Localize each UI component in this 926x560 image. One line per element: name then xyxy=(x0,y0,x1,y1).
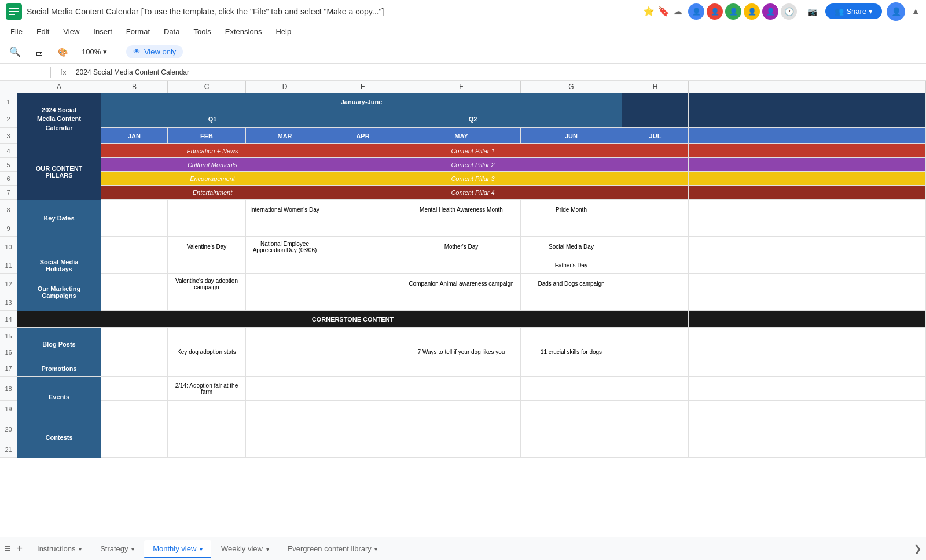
cell-h19[interactable] xyxy=(622,401,689,417)
share-button[interactable]: 👥 Share ▾ xyxy=(825,3,882,19)
cell-f17[interactable] xyxy=(402,360,521,376)
cell-g15[interactable] xyxy=(521,328,622,344)
menu-help[interactable]: Help xyxy=(270,25,297,38)
cell-d12[interactable] xyxy=(246,274,324,294)
tab-scroll-right[interactable]: ❯ xyxy=(914,543,921,554)
cell-b16[interactable] xyxy=(101,344,168,360)
cell-h18[interactable] xyxy=(622,377,689,400)
cell-b7[interactable]: Entertainment xyxy=(101,186,324,199)
zoom-dropdown[interactable]: 100% ▾ xyxy=(77,45,112,58)
cell-g21[interactable] xyxy=(521,441,622,457)
cell-b18[interactable] xyxy=(101,377,168,400)
cell-b5[interactable]: Cultural Moments xyxy=(101,158,324,171)
cell-b1[interactable]: January-June xyxy=(101,93,622,110)
paint-format-icon[interactable]: 🎨 xyxy=(53,45,72,59)
cell-e3[interactable]: APR xyxy=(324,128,402,143)
cell-c21[interactable] xyxy=(168,441,246,457)
bookmark-icon[interactable]: 🔖 xyxy=(658,6,670,17)
cell-d10[interactable]: National Employee Appreciation Day (03/0… xyxy=(246,237,324,257)
cell-c16[interactable]: Key dog adoption stats xyxy=(168,344,246,360)
cell-f3[interactable]: MAY xyxy=(402,128,521,143)
tab-instructions[interactable]: Instructions ▾ xyxy=(28,540,90,557)
cell-e19[interactable] xyxy=(324,401,402,417)
cell-g16[interactable]: 11 crucial skills for dogs xyxy=(521,344,622,360)
camera-icon[interactable]: 📷 xyxy=(803,5,822,19)
cell-f10[interactable]: Mother's Day xyxy=(402,237,521,257)
cell-e17[interactable] xyxy=(324,360,402,376)
menu-file[interactable]: File xyxy=(5,25,28,38)
cloud-icon[interactable]: ☁ xyxy=(673,6,682,17)
cell-c20[interactable] xyxy=(168,417,246,441)
cell-b17[interactable] xyxy=(101,360,168,376)
cell-b2[interactable]: Q1 xyxy=(101,110,324,127)
cell-d17[interactable] xyxy=(246,360,324,376)
cell-reference[interactable]: A1:A3 xyxy=(5,67,51,78)
cell-h20[interactable] xyxy=(622,417,689,441)
cell-c18[interactable]: 2/14: Adoption fair at the farm xyxy=(168,377,246,400)
cell-b20[interactable] xyxy=(101,417,168,441)
cell-c15[interactable] xyxy=(168,328,246,344)
cell-e8[interactable] xyxy=(324,200,402,220)
cell-c19[interactable] xyxy=(168,401,246,417)
cell-h4[interactable] xyxy=(622,144,689,157)
cell-b21[interactable] xyxy=(101,441,168,457)
cell-a14[interactable]: CORNERSTONE CONTENT xyxy=(17,311,689,327)
cell-d9[interactable] xyxy=(246,220,324,236)
cell-f9[interactable] xyxy=(402,220,521,236)
cell-g11[interactable]: Father's Day xyxy=(521,257,622,273)
cell-f16[interactable]: 7 Ways to tell if your dog likes you xyxy=(402,344,521,360)
cell-f20[interactable] xyxy=(402,417,521,441)
cell-a17[interactable]: Promotions xyxy=(17,360,101,376)
cell-f12[interactable]: Companion Animal awareness campaign xyxy=(402,274,521,294)
menu-tools[interactable]: Tools xyxy=(188,25,216,38)
cell-a18[interactable]: Events xyxy=(17,377,101,417)
cell-g8[interactable]: Pride Month xyxy=(521,200,622,220)
cell-d3[interactable]: MAR xyxy=(246,128,324,143)
col-header-h[interactable]: H xyxy=(622,81,689,93)
cell-h3[interactable]: JUL xyxy=(622,128,689,143)
menu-view[interactable]: View xyxy=(57,25,85,38)
cell-g3[interactable]: JUN xyxy=(521,128,622,143)
collapse-icon[interactable]: ▲ xyxy=(911,6,920,17)
cell-g9[interactable] xyxy=(521,220,622,236)
cell-h5[interactable] xyxy=(622,158,689,171)
cell-c8[interactable] xyxy=(168,200,246,220)
cell-h1[interactable] xyxy=(622,93,689,110)
cell-e15[interactable] xyxy=(324,328,402,344)
cell-e6[interactable]: Content Pillar 3 xyxy=(324,172,622,185)
cell-d11[interactable] xyxy=(246,257,324,273)
cell-e21[interactable] xyxy=(324,441,402,457)
cell-a4[interactable]: OUR CONTENT PILLARS xyxy=(17,144,101,200)
cell-f15[interactable] xyxy=(402,328,521,344)
cell-f21[interactable] xyxy=(402,441,521,457)
search-icon[interactable]: 🔍 xyxy=(5,44,25,60)
cell-d20[interactable] xyxy=(246,417,324,441)
cell-f18[interactable] xyxy=(402,377,521,400)
cell-g12[interactable]: Dads and Dogs campaign xyxy=(521,274,622,294)
cell-g10[interactable]: Social Media Day xyxy=(521,237,622,257)
cell-e13[interactable] xyxy=(324,294,402,310)
cell-c10[interactable]: Valentine's Day xyxy=(168,237,246,257)
star-icon[interactable]: ⭐ xyxy=(643,6,655,17)
cell-d13[interactable] xyxy=(246,294,324,310)
cell-c9[interactable] xyxy=(168,220,246,236)
cell-h17[interactable] xyxy=(622,360,689,376)
cell-f13[interactable] xyxy=(402,294,521,310)
cell-b9[interactable] xyxy=(101,220,168,236)
col-header-e[interactable]: E xyxy=(324,81,402,93)
cell-b13[interactable] xyxy=(101,294,168,310)
cell-g13[interactable] xyxy=(521,294,622,310)
tab-evergreen-library[interactable]: Evergreen content library ▾ xyxy=(279,540,387,557)
cell-h16[interactable] xyxy=(622,344,689,360)
cell-b11[interactable] xyxy=(101,257,168,273)
cell-b15[interactable] xyxy=(101,328,168,344)
cell-b6[interactable]: Encouragement xyxy=(101,172,324,185)
col-header-d[interactable]: D xyxy=(246,81,324,93)
cell-h21[interactable] xyxy=(622,441,689,457)
col-header-a[interactable]: A xyxy=(17,81,101,93)
cell-h13[interactable] xyxy=(622,294,689,310)
menu-extensions[interactable]: Extensions xyxy=(219,25,268,38)
cell-e9[interactable] xyxy=(324,220,402,236)
cell-h10[interactable] xyxy=(622,237,689,257)
cell-d21[interactable] xyxy=(246,441,324,457)
